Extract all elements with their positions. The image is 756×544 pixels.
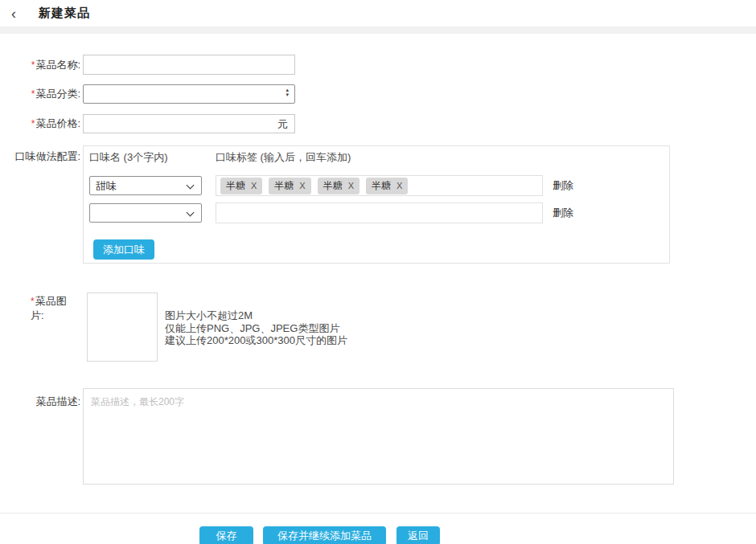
flavor-name-selected-1: 甜味 — [90, 177, 201, 194]
add-flavor-button[interactable]: 添加口味 — [93, 239, 154, 260]
flavor-tags-input-2[interactable] — [216, 202, 543, 223]
dish-image-row: *菜品图片: 图片大小不超过2M 仅能上传PNG、JPG、JPEG类型图片 建议… — [0, 292, 756, 362]
dish-name-row: *菜品名称: — [0, 55, 756, 75]
dish-image-label: *菜品图片: — [0, 292, 80, 322]
dish-description-textarea[interactable] — [83, 388, 674, 485]
flavor-tag-text-input-1[interactable] — [414, 178, 538, 194]
dish-price-row: *菜品价格: 元 — [0, 114, 756, 133]
dish-price-input[interactable] — [83, 114, 295, 133]
required-mark: * — [31, 88, 35, 100]
tag-remove-icon[interactable]: X — [251, 181, 257, 190]
required-mark: * — [31, 296, 35, 307]
flavor-tags-input-1[interactable]: 半糖X 半糖X 半糖X 半糖X — [216, 175, 543, 196]
image-hint-size: 图片大小不超过2M — [165, 309, 347, 322]
footer-actions: 保存 保存并继续添加菜品 返回 — [0, 513, 756, 544]
tag-remove-icon[interactable]: X — [396, 181, 402, 190]
save-button[interactable]: 保存 — [199, 526, 253, 544]
flavor-config-panel: 口味名 (3个字内) 口味标签 (输入后，回车添加) 甜味 半糖X 半糖X 半糖… — [83, 145, 670, 264]
image-hint-dimensions: 建议上传200*200或300*300尺寸的图片 — [165, 334, 347, 347]
dish-price-label: *菜品价格: — [0, 117, 80, 131]
dish-name-input[interactable] — [83, 55, 295, 75]
dish-description-label: 菜品描述: — [0, 388, 80, 409]
flavor-config-label: 口味做法配置: — [0, 145, 80, 164]
dish-category-label: *菜品分类: — [0, 87, 80, 101]
flavor-column-headers: 口味名 (3个字内) 口味标签 (输入后，回车添加) — [89, 150, 661, 164]
flavor-row-1: 甜味 半糖X 半糖X 半糖X 半糖X 删除 — [89, 175, 661, 196]
back-chevron-icon[interactable]: ‹ — [11, 6, 27, 21]
flavor-tag: 半糖X — [366, 178, 408, 194]
flavor-name-select-2[interactable] — [89, 203, 202, 223]
select-updown-icon: ▴▾ — [286, 88, 289, 96]
dish-category-row: *菜品分类: ▴▾ — [0, 84, 756, 104]
flavor-name-select-1[interactable]: 甜味 — [89, 176, 202, 195]
flavor-tags-header: 口味标签 (输入后，回车添加) — [216, 151, 351, 164]
flavor-tag: 半糖X — [318, 178, 360, 194]
return-button[interactable]: 返回 — [396, 526, 440, 544]
image-upload-box[interactable] — [87, 292, 158, 362]
flavor-tag: 半糖X — [269, 178, 310, 194]
flavor-name-selected-2 — [90, 204, 201, 207]
required-mark: * — [31, 59, 35, 71]
page-header: ‹ 新建菜品 — [0, 0, 756, 27]
flavor-tag-text-input-2[interactable] — [220, 205, 538, 221]
tag-remove-icon[interactable]: X — [299, 181, 305, 190]
tag-remove-icon[interactable]: X — [348, 181, 354, 190]
image-hint-types: 仅能上传PNG、JPG、JPEG类型图片 — [165, 322, 347, 335]
flavor-row-2: 删除 — [89, 202, 661, 223]
chevron-down-icon — [187, 209, 195, 217]
required-mark: * — [31, 118, 35, 129]
page-title: 新建菜品 — [39, 6, 90, 21]
flavor-config-row: 口味做法配置: 口味名 (3个字内) 口味标签 (输入后，回车添加) 甜味 半糖… — [0, 145, 756, 264]
dish-category-select[interactable]: ▴▾ — [83, 84, 295, 104]
dish-form: *菜品名称: *菜品分类: ▴▾ *菜品价格: 元 口味做法配置: — [0, 34, 756, 485]
flavor-name-header: 口味名 (3个字内) — [89, 151, 216, 164]
dish-name-label: *菜品名称: — [0, 58, 80, 72]
new-dish-page: ‹ 新建菜品 *菜品名称: *菜品分类: ▴▾ *菜品价格: 元 — [0, 0, 756, 544]
dish-description-row: 菜品描述: — [0, 388, 756, 485]
delete-flavor-row-2[interactable]: 删除 — [553, 206, 573, 220]
price-unit-suffix: 元 — [277, 117, 288, 132]
delete-flavor-row-1[interactable]: 删除 — [553, 178, 573, 193]
image-upload-hints: 图片大小不超过2M 仅能上传PNG、JPG、JPEG类型图片 建议上传200*2… — [165, 292, 347, 347]
header-divider-band — [0, 27, 756, 34]
save-and-continue-button[interactable]: 保存并继续添加菜品 — [263, 526, 386, 544]
flavor-tag: 半糖X — [220, 178, 262, 194]
